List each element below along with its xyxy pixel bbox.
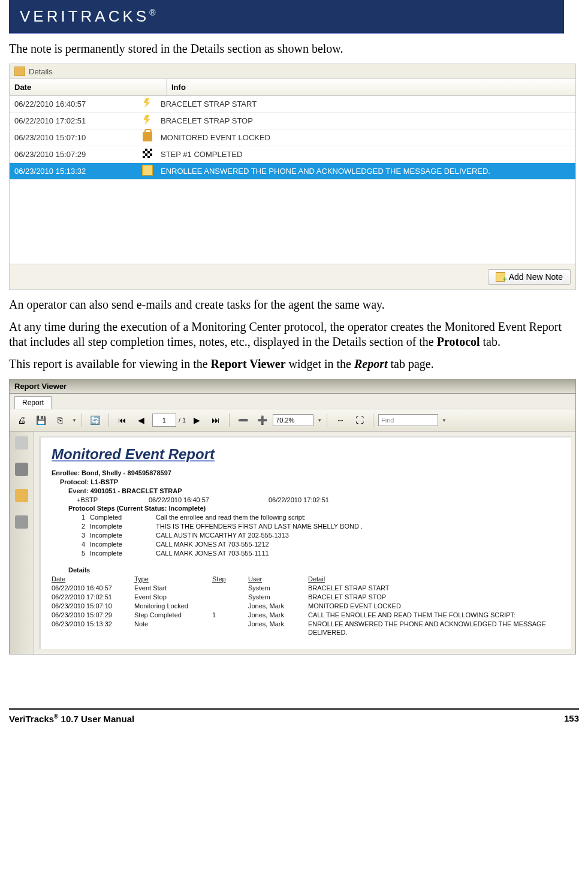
report-viewer-titlebar: Report Viewer (10, 379, 575, 394)
d-step (212, 593, 248, 602)
details-title-text: Details (29, 67, 53, 76)
bstp-line: +BSTP 06/22/2010 16:40:57 06/22/2010 17:… (77, 496, 560, 505)
step-number: 5 (77, 549, 90, 558)
separator (82, 414, 82, 427)
zoom-dropdown-icon[interactable]: ▼ (317, 418, 322, 423)
d-date: 06/23/2010 15:07:29 (52, 611, 134, 620)
d-detail: BRACELET STRAP START (308, 584, 560, 593)
paragraph-4: This report is available for viewing in … (9, 357, 576, 372)
step-desc: CALL MARK JONES AT 703-555-1111 (156, 549, 560, 558)
steps-list: 1CompletedCall the enrollee and read the… (77, 513, 560, 557)
report-page: Monitored Event Report Enrollee: Bond, S… (39, 436, 571, 649)
d-user: System (248, 593, 308, 602)
cell-date: 06/23/2010 15:07:10 (10, 129, 139, 146)
step-number: 4 (77, 540, 90, 549)
d-type: Note (134, 620, 212, 638)
cell-info: BRACELET STRAP STOP (156, 113, 575, 129)
notes-icon[interactable] (15, 489, 28, 502)
footer-left: VeriTracks® 10.7 User Manual (9, 713, 134, 724)
step-desc: Call the enrollee and read them the foll… (156, 513, 560, 522)
dcol-detail: Detail (308, 575, 560, 584)
zoom-out-icon[interactable]: ➖ (234, 412, 251, 429)
step-desc: CALL MARK JONES AT 703-555-1212 (156, 540, 560, 549)
bookmarks-icon[interactable] (15, 463, 28, 476)
export-dropdown-icon[interactable]: ▼ (72, 418, 77, 423)
d-date: 06/22/2010 17:02:51 (52, 593, 134, 602)
find-input[interactable]: Find (378, 414, 438, 426)
page-number-input[interactable] (152, 414, 176, 427)
separator (229, 414, 230, 427)
folder-icon (14, 67, 25, 76)
note-icon (142, 165, 153, 176)
step-status: Incomplete (90, 522, 156, 531)
page-total-label: / 1 (179, 417, 186, 424)
details-body: 06/22/2010 16:40:57BRACELET STRAP START0… (10, 96, 575, 264)
cell-info: ENROLLEE ANSWERED THE PHONE AND ACKNOWLE… (156, 163, 575, 179)
add-new-note-button[interactable]: Add New Note (488, 269, 571, 285)
d-step (212, 584, 248, 593)
table-row[interactable]: 06/22/2010 16:40:57BRACELET STRAP START (10, 96, 575, 113)
zoom-in-icon[interactable]: ➕ (254, 412, 270, 429)
step-number: 2 (77, 522, 90, 531)
next-page-icon[interactable]: ▶ (188, 412, 205, 429)
export-icon[interactable]: ⎘ (52, 412, 68, 429)
d-type: Step Completed (134, 611, 212, 620)
step-desc: THIS IS THE OFFENDERS FIRST AND LAST NAM… (156, 522, 560, 531)
row-icon (139, 98, 156, 110)
dcol-step: Step (212, 575, 248, 584)
step-row: 1CompletedCall the enrollee and read the… (77, 513, 560, 522)
report-viewer-panel: Report Viewer Report 🖨 💾 ⎘▼ 🔄 ⏮ ◀ / 1 ▶ … (9, 379, 576, 654)
event-line: Event: 4901051 - BRACELET STRAP (68, 487, 560, 496)
details-footer: Add New Note (10, 264, 575, 289)
paragraph-2: An operator can also send e-mails and cr… (9, 297, 576, 312)
d-date: 06/23/2010 15:07:10 (52, 602, 134, 611)
detail-row: 06/22/2010 16:40:57Event StartSystemBRAC… (52, 584, 560, 593)
report-toolbar: 🖨 💾 ⎘▼ 🔄 ⏮ ◀ / 1 ▶ ⏭ ➖ ➕ 70.2%▼ ↔ ⛶ Find… (10, 409, 575, 432)
detail-row: 06/23/2010 15:07:29Step Completed1Jones,… (52, 611, 560, 620)
side-toolbar (10, 432, 34, 654)
print-icon[interactable]: 🖨 (13, 412, 30, 429)
col-date-header[interactable]: Date (10, 79, 167, 95)
d-detail: CALL THE ENROLLEE AND READ THEM THE FOLL… (308, 611, 560, 620)
d-type: Monitoring Locked (134, 602, 212, 611)
paragraph-3: At any time during the execution of a Mo… (9, 319, 576, 349)
table-row[interactable]: 06/23/2010 15:13:32ENROLLEE ANSWERED THE… (10, 163, 575, 180)
step-number: 3 (77, 531, 90, 540)
d-type: Event Stop (134, 593, 212, 602)
detail-row: 06/22/2010 17:02:51Event StopSystemBRACE… (52, 593, 560, 602)
find-dropdown-icon[interactable]: ▼ (442, 418, 447, 423)
step-status: Completed (90, 513, 156, 522)
fit-width-icon[interactable]: ↔ (332, 412, 349, 429)
prev-page-icon[interactable]: ◀ (133, 412, 150, 429)
enrollee-line: Enrollee: Bond, Shelly - 894595878597 (52, 469, 560, 478)
tab-report[interactable]: Report (14, 396, 52, 409)
table-row[interactable]: 06/22/2010 17:02:51BRACELET STRAP STOP (10, 113, 575, 129)
dcol-date: Date (52, 575, 134, 584)
d-user: Jones, Mark (248, 620, 308, 638)
step-row: 2IncompleteTHIS IS THE OFFENDERS FIRST A… (77, 522, 560, 531)
report-tab-strip: Report (10, 394, 575, 409)
thumbnails-icon[interactable] (15, 436, 28, 449)
refresh-icon[interactable]: 🔄 (87, 412, 104, 429)
row-icon (139, 115, 156, 126)
d-step (212, 602, 248, 611)
dcol-user: User (248, 575, 308, 584)
save-icon[interactable]: 💾 (32, 412, 49, 429)
table-row[interactable]: 06/23/2010 15:07:10MONITORED EVENT LOCKE… (10, 129, 575, 146)
row-icon (139, 149, 156, 160)
cell-date: 06/23/2010 15:13:32 (10, 163, 139, 179)
col-info-header[interactable]: Info (167, 79, 575, 95)
table-row[interactable]: 06/23/2010 15:07:29STEP #1 COMPLETED (10, 146, 575, 163)
step-desc: CALL AUSTIN MCCARTHY AT 202-555-1313 (156, 531, 560, 540)
step-row: 3IncompleteCALL AUSTIN MCCARTHY AT 202-5… (77, 531, 560, 540)
zoom-select[interactable]: 70.2% (273, 414, 313, 426)
details-subhead: Details (68, 566, 560, 575)
attachments-icon[interactable] (15, 515, 28, 529)
lock-icon (143, 132, 152, 141)
first-page-icon[interactable]: ⏮ (114, 412, 131, 429)
detail-row: 06/23/2010 15:07:10Monitoring LockedJone… (52, 602, 560, 611)
cell-info: MONITORED EVENT LOCKED (156, 129, 575, 146)
report-heading: Monitored Event Report (52, 446, 560, 463)
last-page-icon[interactable]: ⏭ (207, 412, 224, 429)
fit-page-icon[interactable]: ⛶ (351, 412, 368, 429)
